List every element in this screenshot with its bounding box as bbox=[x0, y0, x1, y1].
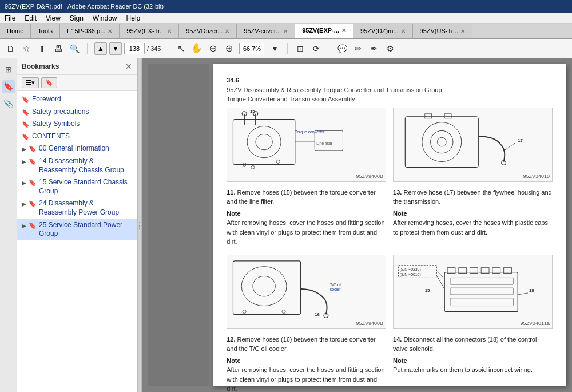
bookmark-icon: 🔖 bbox=[22, 120, 30, 128]
attachments-icon[interactable]: 📎 bbox=[2, 97, 15, 110]
bookmark-item-14-chassis[interactable]: ▶ 🔖 14 Disassembly & Reassembly Chassis … bbox=[17, 155, 137, 176]
comment-icon[interactable]: 💬 bbox=[336, 43, 348, 54]
menu-help[interactable]: Help bbox=[126, 14, 141, 22]
steps-11-13: 11. Remove hoses (15) between the torque… bbox=[227, 188, 553, 249]
pointer-tool-icon[interactable]: ↖ bbox=[175, 43, 186, 54]
close-icon[interactable]: ✕ bbox=[341, 27, 346, 34]
zoom-out-icon[interactable]: ⊖ bbox=[207, 43, 219, 54]
bookmark-item-contents[interactable]: 🔖 CONTENTS bbox=[17, 130, 137, 143]
bookmark-item-25-power[interactable]: ▶ 🔖 25 Service Standard Power Group bbox=[17, 219, 137, 240]
bookmark-label: 24 Disassembly & Reassembly Power Group bbox=[39, 199, 132, 217]
panels-icon[interactable]: ⊞ bbox=[2, 63, 15, 76]
separator bbox=[168, 43, 168, 54]
tab-e15p[interactable]: E15P-036.p... ✕ bbox=[60, 24, 120, 38]
step-14-num: 14. bbox=[393, 336, 402, 343]
svg-rect-33 bbox=[444, 272, 518, 311]
menu-edit[interactable]: Edit bbox=[25, 14, 37, 22]
tab-95zvdozer-label: 95ZVDozer... bbox=[186, 27, 223, 34]
close-icon[interactable]: ✕ bbox=[401, 28, 406, 34]
svg-rect-42 bbox=[450, 298, 513, 306]
menu-bar: File Edit View Sign Window Help bbox=[0, 13, 572, 24]
close-icon[interactable]: ✕ bbox=[108, 28, 112, 34]
tab-95zvex[interactable]: 95ZV(EX-Tr... ✕ bbox=[120, 24, 179, 38]
page-number: 34-6 bbox=[227, 77, 239, 84]
search-icon[interactable]: 🔍 bbox=[69, 43, 80, 54]
print-icon[interactable]: 🖶 bbox=[53, 43, 64, 54]
new-document-icon[interactable]: 🗋 bbox=[5, 43, 16, 54]
pen-icon[interactable]: ✏ bbox=[352, 43, 364, 54]
menu-sign[interactable]: Sign bbox=[70, 14, 84, 22]
bookmarks-view-button[interactable]: ☰▾ bbox=[22, 77, 39, 88]
bookmarks-options-button[interactable]: 🔖 bbox=[41, 77, 57, 88]
bookmark-item-foreword[interactable]: 🔖 Foreword bbox=[17, 93, 137, 106]
tab-95zvus[interactable]: 95ZV(US-Tr... ✕ bbox=[413, 24, 472, 38]
bookmark-item-safety-precautions[interactable]: 🔖 Safety precautions bbox=[17, 106, 137, 118]
expand-icon: ▶ bbox=[22, 179, 26, 187]
tab-tools-label: Tools bbox=[38, 27, 53, 34]
pdf-area[interactable]: 34-6 95ZV Disassembly & Reassembly Torqu… bbox=[142, 58, 572, 392]
bookmark-label: Safety Symbols bbox=[32, 120, 132, 129]
bookmarks-list: 🔖 Foreword 🔖 Safety precautions 🔖 Safety… bbox=[17, 91, 137, 392]
svg-rect-40 bbox=[450, 278, 513, 284]
menu-view[interactable]: View bbox=[46, 14, 61, 22]
bookmark-item-00-general[interactable]: ▶ 🔖 00 General Information bbox=[17, 142, 137, 155]
bookmarks-close-button[interactable]: ✕ bbox=[125, 62, 132, 71]
close-icon[interactable]: ✕ bbox=[283, 28, 288, 34]
zoom-in-icon[interactable]: ⊕ bbox=[223, 43, 235, 54]
step-12-text: 12. Remove hoses (16) between the torque… bbox=[227, 335, 386, 354]
svg-rect-41 bbox=[450, 288, 513, 295]
bookmark-label: Safety precautions bbox=[32, 108, 132, 117]
close-icon[interactable]: ✕ bbox=[225, 28, 229, 34]
main-layout: ⊞ 🔖 📎 Bookmarks ✕ ☰▾ 🔖 🔖 Foreword 🔖 Safe… bbox=[0, 58, 572, 392]
note-11: Note After removing hoses, cover the hos… bbox=[227, 209, 386, 247]
tab-95zvcover[interactable]: 95ZV-cover... ✕ bbox=[237, 24, 295, 38]
bookmark-label: 15 Service Standard Chassis Group bbox=[39, 178, 132, 196]
svg-rect-22 bbox=[425, 113, 432, 118]
next-page-button[interactable]: ▼ bbox=[109, 42, 122, 55]
menu-file[interactable]: File bbox=[5, 14, 15, 22]
bookmark-item-24-power[interactable]: ▶ 🔖 24 Disassembly & Reassembly Power Gr… bbox=[17, 197, 137, 219]
tab-95zvus-label: 95ZV(US-Tr... bbox=[420, 27, 458, 34]
svg-point-25 bbox=[241, 266, 287, 306]
tab-tools[interactable]: Tools bbox=[31, 24, 60, 38]
rotate-icon[interactable]: ⟳ bbox=[311, 43, 322, 54]
zoom-dropdown-icon[interactable]: ▾ bbox=[269, 43, 280, 54]
bookmark-item-safety-symbols[interactable]: 🔖 Safety Symbols bbox=[17, 118, 137, 130]
panel-resize-handle[interactable] bbox=[137, 58, 142, 392]
menu-window[interactable]: Window bbox=[93, 14, 117, 22]
svg-point-17 bbox=[431, 130, 453, 153]
close-icon[interactable]: ✕ bbox=[167, 28, 172, 34]
prev-page-button[interactable]: ▲ bbox=[94, 42, 107, 55]
bookmark-icon: 🔖 bbox=[29, 200, 37, 208]
bookmark-label: 14 Disassembly & Reassembly Chassis Grou… bbox=[39, 157, 132, 175]
close-icon[interactable]: ✕ bbox=[460, 28, 465, 34]
step-14-col: 14. Disconnect all the connectors (18) o… bbox=[393, 335, 553, 393]
bookmarks-panel-icon[interactable]: 🔖 bbox=[2, 80, 15, 93]
note-13: Note After removing hoses, cover the hos… bbox=[393, 209, 553, 237]
svg-text:18: 18 bbox=[529, 288, 534, 293]
bookmark-icon: 🔖 bbox=[29, 221, 37, 229]
page-number-input[interactable]: 138 bbox=[124, 43, 145, 54]
fit-page-icon[interactable]: ⊡ bbox=[295, 43, 306, 54]
more-tools-icon[interactable]: ⚙ bbox=[384, 43, 396, 54]
hand-tool-icon[interactable]: ✋ bbox=[191, 43, 202, 54]
bookmark-label: CONTENTS bbox=[32, 132, 132, 141]
svg-point-32 bbox=[282, 310, 285, 313]
zoom-level-input[interactable] bbox=[239, 43, 264, 54]
bookmark-item-15-chassis[interactable]: ▶ 🔖 15 Service Standard Chassis Group bbox=[17, 176, 137, 197]
svg-text:16: 16 bbox=[315, 312, 320, 317]
tab-95zvdozer[interactable]: 95ZVDozer... ✕ bbox=[179, 24, 237, 38]
page-total: / 345 bbox=[147, 45, 161, 52]
bookmark-icon: 🔖 bbox=[22, 108, 30, 116]
tab-95zvexp[interactable]: 95ZV(EXP-... ✕ bbox=[295, 24, 353, 38]
signature-icon[interactable]: ✒ bbox=[368, 43, 380, 54]
svg-rect-23 bbox=[444, 113, 451, 118]
bookmark-icon[interactable]: ☆ bbox=[21, 43, 32, 54]
tab-95zvdz-label: 95ZV(DZ)m... bbox=[360, 27, 399, 34]
tab-home[interactable]: Home bbox=[0, 24, 31, 38]
svg-line-50 bbox=[518, 292, 528, 294]
diagram-1: Line filter 15 Torque converter 95ZV9400… bbox=[227, 108, 386, 182]
tab-95zvdz[interactable]: 95ZV(DZ)m... ✕ bbox=[353, 24, 413, 38]
upload-icon[interactable]: ⬆ bbox=[37, 43, 48, 54]
bookmarks-title: Bookmarks bbox=[22, 62, 59, 70]
